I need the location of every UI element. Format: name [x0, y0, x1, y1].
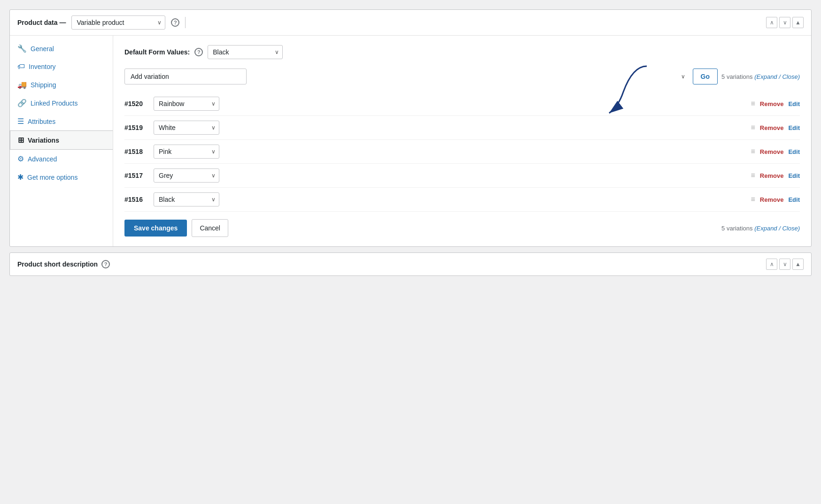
- drag-handle-icon-1516[interactable]: ≡: [751, 195, 755, 204]
- variation-actions-1520: ≡ Remove Edit: [751, 99, 800, 108]
- collapse-down-btn[interactable]: ∨: [779, 17, 790, 28]
- variation-actions-1519: ≡ Remove Edit: [751, 123, 800, 132]
- panel-header: Product data — Variable product Simple p…: [10, 10, 811, 36]
- wrench-icon: 🔧: [17, 44, 27, 53]
- truck-icon: 🚚: [17, 80, 27, 89]
- add-variation-row: Add variation Create variations from all…: [124, 69, 800, 84]
- product-type-help-icon[interactable]: ?: [171, 18, 179, 27]
- sidebar-item-label-general: General: [31, 45, 54, 53]
- cancel-button[interactable]: Cancel: [192, 219, 228, 237]
- drag-handle-icon-1519[interactable]: ≡: [751, 123, 755, 132]
- product-short-desc-panel: Product short description ? ∧ ∨ ▲: [9, 252, 812, 276]
- variation-row-1516: #1516 Any Color... Black Grey Pink Rainb…: [124, 188, 800, 212]
- short-desc-collapse-all[interactable]: ▲: [792, 259, 804, 270]
- expand-close-link-top[interactable]: (Expand / Close): [754, 73, 800, 80]
- default-form-values-select-wrapper[interactable]: Black White Grey Pink Rainbow: [208, 45, 283, 59]
- sidebar: 🔧 General 🏷 Inventory 🚚 Shipping 🔗 Linke…: [10, 36, 113, 246]
- list-icon: ☰: [17, 117, 24, 126]
- edit-link-1516[interactable]: Edit: [788, 196, 800, 203]
- drag-handle-icon-1518[interactable]: ≡: [751, 147, 755, 156]
- sidebar-item-inventory[interactable]: 🏷 Inventory: [10, 58, 113, 76]
- collapse-all-btn[interactable]: ▲: [792, 17, 804, 28]
- go-button[interactable]: Go: [693, 69, 718, 84]
- remove-link-1520[interactable]: Remove: [760, 100, 784, 107]
- header-divider: [185, 17, 186, 28]
- add-variation-select-wrapper[interactable]: Add variation Create variations from all…: [124, 69, 689, 84]
- variation-select-1520[interactable]: Any Color... Black Grey Pink Rainbow Whi…: [154, 97, 219, 111]
- sidebar-item-label-advanced: Advanced: [28, 155, 57, 163]
- variation-select-1516[interactable]: Any Color... Black Grey Pink Rainbow Whi…: [154, 192, 219, 206]
- variation-select-wrapper-1519[interactable]: Any Color... Black Grey Pink Rainbow Whi…: [154, 121, 219, 135]
- variation-select-1517[interactable]: Any Color... Black Grey Pink Rainbow Whi…: [154, 168, 219, 183]
- drag-handle-icon-1520[interactable]: ≡: [751, 99, 755, 108]
- edit-link-1518[interactable]: Edit: [788, 148, 800, 155]
- short-desc-title: Product short description: [17, 260, 98, 268]
- remove-link-1519[interactable]: Remove: [760, 124, 784, 131]
- sidebar-item-attributes[interactable]: ☰ Attributes: [10, 112, 113, 130]
- panel-body: 🔧 General 🏷 Inventory 🚚 Shipping 🔗 Linke…: [10, 36, 811, 246]
- variation-id-1518: #1518: [124, 148, 148, 155]
- default-form-values-label: Default Form Values:: [124, 48, 190, 56]
- save-changes-button[interactable]: Save changes: [124, 220, 187, 237]
- collapse-buttons: ∧ ∨ ▲: [766, 17, 804, 28]
- variation-select-wrapper-1517[interactable]: Any Color... Black Grey Pink Rainbow Whi…: [154, 168, 219, 183]
- variation-actions-1516: ≡ Remove Edit: [751, 195, 800, 204]
- edit-link-1519[interactable]: Edit: [788, 124, 800, 131]
- sidebar-item-advanced[interactable]: ⚙ Advanced: [10, 150, 113, 168]
- sidebar-item-get-more-options[interactable]: ✱ Get more options: [10, 168, 113, 186]
- variation-row-1518: #1518 Any Color... Black Grey Pink Rainb…: [124, 140, 800, 164]
- variation-row-1519: #1519 Any Color... Black Grey Pink Rainb…: [124, 116, 800, 140]
- variation-actions-1518: ≡ Remove Edit: [751, 147, 800, 156]
- variation-actions-1517: ≡ Remove Edit: [751, 171, 800, 180]
- link-icon: 🔗: [17, 99, 27, 107]
- collapse-up-btn[interactable]: ∧: [766, 17, 777, 28]
- default-form-values-select[interactable]: Black White Grey Pink Rainbow: [208, 45, 283, 59]
- product-type-select[interactable]: Variable product Simple product Grouped …: [71, 15, 165, 30]
- product-type-select-wrapper[interactable]: Variable product Simple product Grouped …: [71, 15, 165, 30]
- gear-icon: ⚙: [17, 154, 24, 163]
- edit-link-1517[interactable]: Edit: [788, 172, 800, 179]
- variation-select-wrapper-1518[interactable]: Any Color... Black Grey Pink Rainbow Whi…: [154, 145, 219, 159]
- variation-select-1518[interactable]: Any Color... Black Grey Pink Rainbow Whi…: [154, 145, 219, 159]
- variations-count-bottom: 5 variations (Expand / Close): [721, 225, 800, 232]
- save-row: Save changes Cancel 5 variations (Expand…: [124, 219, 800, 237]
- sidebar-item-label-get-more-options: Get more options: [27, 174, 77, 181]
- default-form-values-row: Default Form Values: ? Black White Grey …: [124, 45, 800, 59]
- product-data-title: Product data —: [17, 19, 66, 26]
- variations-count-top: 5 variations (Expand / Close): [721, 73, 800, 80]
- sidebar-item-linked-products[interactable]: 🔗 Linked Products: [10, 94, 113, 112]
- sidebar-item-variations[interactable]: ⊞ Variations: [10, 130, 113, 150]
- sidebar-item-label-attributes: Attributes: [28, 118, 55, 125]
- add-variation-select[interactable]: Add variation Create variations from all…: [124, 69, 247, 84]
- star-icon: ✱: [17, 173, 23, 182]
- variation-select-wrapper-1520[interactable]: Any Color... Black Grey Pink Rainbow Whi…: [154, 97, 219, 111]
- grid-icon: ⊞: [18, 136, 24, 145]
- variation-row-1520: #1520 Any Color... Black Grey Pink Rainb…: [124, 92, 800, 116]
- remove-link-1517[interactable]: Remove: [760, 172, 784, 179]
- expand-close-link-bottom[interactable]: (Expand / Close): [754, 225, 800, 232]
- variation-select-wrapper-1516[interactable]: Any Color... Black Grey Pink Rainbow Whi…: [154, 192, 219, 206]
- short-desc-header: Product short description ? ∧ ∨ ▲: [10, 253, 811, 275]
- short-desc-collapse-up[interactable]: ∧: [766, 259, 777, 270]
- drag-handle-icon-1517[interactable]: ≡: [751, 171, 755, 180]
- variation-id-1519: #1519: [124, 124, 148, 131]
- short-desc-help-icon[interactable]: ?: [101, 260, 110, 268]
- variation-select-1519[interactable]: Any Color... Black Grey Pink Rainbow Whi…: [154, 121, 219, 135]
- variation-id-1517: #1517: [124, 172, 148, 179]
- variation-row-1517: #1517 Any Color... Black Grey Pink Rainb…: [124, 164, 800, 188]
- remove-link-1516[interactable]: Remove: [760, 196, 784, 203]
- product-data-panel: Product data — Variable product Simple p…: [9, 9, 812, 247]
- sidebar-item-label-inventory: Inventory: [29, 63, 56, 70]
- variation-id-1520: #1520: [124, 100, 148, 107]
- short-desc-collapse-buttons: ∧ ∨ ▲: [766, 259, 804, 270]
- remove-link-1518[interactable]: Remove: [760, 148, 784, 155]
- short-desc-collapse-down[interactable]: ∨: [779, 259, 790, 270]
- edit-link-1520[interactable]: Edit: [788, 100, 800, 107]
- tag-icon: 🏷: [17, 62, 25, 71]
- variations-main-content: Default Form Values: ? Black White Grey …: [113, 36, 811, 246]
- sidebar-item-shipping[interactable]: 🚚 Shipping: [10, 76, 113, 94]
- sidebar-item-label-linked-products: Linked Products: [31, 99, 77, 107]
- sidebar-item-general[interactable]: 🔧 General: [10, 39, 113, 58]
- default-form-help-icon[interactable]: ?: [194, 48, 203, 56]
- sidebar-item-label-shipping: Shipping: [31, 81, 56, 89]
